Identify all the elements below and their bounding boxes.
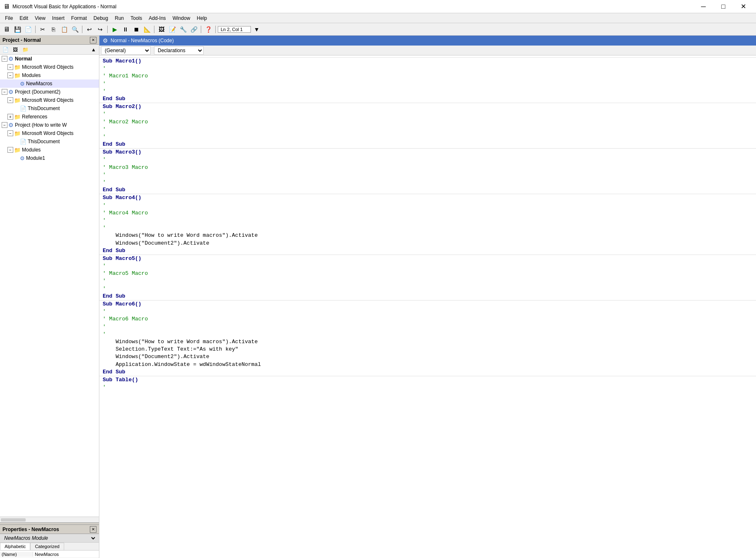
proj-view-code-btn[interactable]: 📄 (1, 46, 10, 54)
tree-node-howto[interactable]: − ⚙ Project (How to write W (0, 121, 99, 129)
menu-help[interactable]: Help (193, 14, 210, 22)
toolbar-btn-2[interactable]: 📄 (23, 25, 33, 34)
code-line-14: ' (99, 156, 756, 164)
tree-node-doc2[interactable]: − ⚙ Project (Document2) (0, 88, 99, 96)
toolbar-scroll-btn[interactable]: ▼ (252, 25, 262, 34)
folder-icon-howto-modules: 📁 (14, 147, 21, 153)
code-text-15: ' Macro3 Macro (103, 164, 148, 171)
app-icon: 🖥 (3, 3, 10, 10)
title-bar: 🖥 Microsoft Visual Basic for Application… (0, 0, 756, 13)
toolbar-ref-btn[interactable]: 🔗 (189, 25, 199, 34)
toolbar-class-btn[interactable]: 🔧 (178, 25, 188, 34)
toolbar-userform-btn[interactable]: 🖼 (156, 25, 166, 34)
module-icon-module1: ⚙ (20, 155, 25, 161)
toolbar-undo-btn[interactable]: ↩ (84, 25, 94, 34)
code-line-28: ' (99, 262, 756, 270)
title-bar-left: 🖥 Microsoft Visual Basic for Application… (3, 3, 116, 10)
code-icon: ⚙ (103, 37, 108, 44)
properties-panel-close[interactable]: ✕ (90, 526, 96, 533)
menu-bar: File Edit View Insert Format Debug Run T… (0, 13, 756, 23)
code-text-17: ' (103, 179, 106, 186)
code-line-1: Sub Macro1() (99, 58, 756, 65)
tree-node-normal-mwo[interactable]: − 📁 Microsoft Word Objects (0, 63, 99, 71)
expander-howto-modules[interactable]: − (7, 147, 13, 153)
folder-icon-doc2-mwo: 📁 (14, 97, 21, 103)
toolbar-cut-btn[interactable]: ✂ (38, 25, 48, 34)
project-toolbar: 📄 🖼 📁 ▲ (0, 45, 99, 55)
toolbar-redo-btn[interactable]: ↪ (95, 25, 105, 34)
props-tab-alphabetic[interactable]: Alphabetic (0, 543, 30, 550)
expander-doc2-mwo[interactable]: − (7, 97, 13, 103)
expander-normal-modules[interactable]: − (7, 72, 13, 78)
code-text-44: ' (103, 384, 106, 391)
code-text-23: ' (103, 224, 106, 232)
tree-node-normal[interactable]: − ⚙ Normal (0, 55, 99, 63)
menu-window[interactable]: Window (169, 14, 194, 22)
code-line-17: ' (99, 179, 756, 186)
project-tree-hscroll[interactable] (0, 517, 99, 522)
toolbar-pause-btn[interactable]: ⏸ (120, 25, 130, 34)
tree-node-doc2-thisdoc[interactable]: 📄 ThisDocument (0, 104, 99, 113)
properties-module-select[interactable]: NewMacros Module (2, 535, 96, 541)
maximize-button[interactable]: □ (714, 0, 733, 13)
code-object-bar: (General) Declarations (99, 46, 756, 55)
tree-node-newmacros[interactable]: ⚙ NewMacros (0, 79, 99, 88)
code-title-bar: ⚙ Normal - NewMacros (Code) (99, 36, 756, 46)
toolbar-vba-btn[interactable]: 🖥 (2, 25, 12, 34)
menu-insert[interactable]: Insert (49, 14, 68, 22)
code-editor-content[interactable]: Sub Macro1() ' ' Macro1 Macro ' ' End Su… (99, 55, 756, 558)
toolbar-run-btn[interactable]: ▶ (110, 25, 120, 34)
toolbar-design-btn[interactable]: 📐 (142, 25, 152, 34)
toolbar-btn-1[interactable]: 💾 (12, 25, 22, 34)
toolbar-module-btn[interactable]: 📝 (167, 25, 177, 34)
menu-edit[interactable]: Edit (16, 14, 31, 22)
tree-node-module1[interactable]: ⚙ Module1 (0, 154, 99, 162)
tree-node-howto-mwo[interactable]: − 📁 Microsoft Word Objects (0, 129, 99, 137)
expander-doc2[interactable]: − (2, 89, 7, 95)
code-object-dropdown[interactable]: (General) (101, 46, 151, 55)
menu-addins[interactable]: Add-Ins (145, 14, 169, 22)
project-panel-close[interactable]: ✕ (90, 37, 96, 43)
tree-label-howto-thisdoc: ThisDocument (28, 139, 60, 144)
expander-howto[interactable]: − (2, 122, 7, 128)
toolbar-copy-btn[interactable]: ⎘ (48, 25, 58, 34)
code-line-34: ' (99, 308, 756, 315)
menu-view[interactable]: View (31, 14, 49, 22)
expander-doc2-refs[interactable]: + (7, 114, 13, 120)
code-text-6: End Sub (103, 95, 125, 103)
tree-node-doc2-mwo[interactable]: − 📁 Microsoft Word Objects (0, 96, 99, 104)
menu-debug[interactable]: Debug (90, 14, 111, 22)
expander-normal-mwo[interactable]: − (7, 64, 13, 70)
tree-node-doc2-refs[interactable]: + 📁 References (0, 113, 99, 121)
tree-node-howto-modules[interactable]: − 📁 Modules (0, 146, 99, 154)
minimize-button[interactable]: ─ (694, 0, 713, 13)
code-text-20: ' (103, 202, 106, 209)
menu-format[interactable]: Format (68, 14, 90, 22)
menu-run[interactable]: Run (111, 14, 127, 22)
code-text-18: End Sub (103, 186, 125, 194)
code-line-9: ' Macro2 Macro (99, 118, 756, 126)
menu-file[interactable]: File (2, 14, 16, 22)
code-text-22: ' (103, 217, 106, 224)
hscroll-thumb[interactable] (1, 518, 26, 522)
toolbar-stop-btn[interactable]: ⏹ (131, 25, 141, 34)
code-text-29: ' Macro5 Macro (103, 270, 148, 277)
close-button[interactable]: ✕ (734, 0, 753, 13)
tree-node-howto-thisdoc[interactable]: 📄 ThisDocument (0, 137, 99, 146)
proj-scrollbar-up[interactable]: ▲ (89, 46, 98, 54)
toolbar-find-btn[interactable]: 🔍 (70, 25, 80, 34)
props-tab-categorized[interactable]: Categorized (30, 543, 64, 550)
toolbar-paste-btn[interactable]: 📋 (59, 25, 69, 34)
code-line-29: ' Macro5 Macro (99, 270, 756, 277)
properties-panel-title: Properties - NewMacros (2, 527, 59, 532)
proj-view-obj-btn[interactable]: 🖼 (11, 46, 20, 54)
proj-toggle-folders-btn[interactable]: 📁 (21, 46, 30, 54)
toolbar-help-btn[interactable]: ❓ (203, 25, 213, 34)
menu-tools[interactable]: Tools (127, 14, 145, 22)
code-procedure-dropdown[interactable]: Declarations (154, 46, 204, 55)
expander-howto-mwo[interactable]: − (7, 130, 13, 136)
expander-normal[interactable]: − (2, 56, 7, 62)
code-text-1: Sub Macro1() (103, 58, 142, 65)
tree-node-normal-modules[interactable]: − 📁 Modules (0, 71, 99, 79)
vba-gear-icon: ⚙ (8, 55, 14, 62)
